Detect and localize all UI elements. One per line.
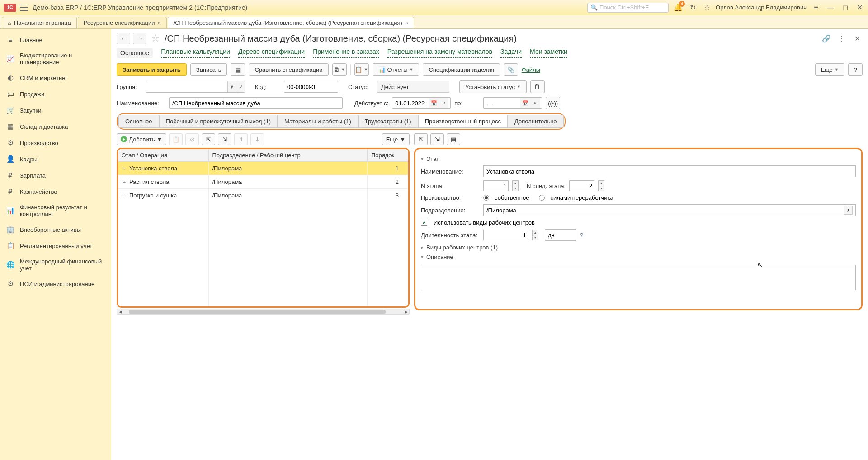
sidebar-item-crm[interactable]: ◐CRM и маркетинг	[0, 70, 111, 86]
scroll-right-icon[interactable]: ▶	[403, 309, 409, 314]
files-link[interactable]: Файлы	[522, 66, 540, 73]
sidebar-item-main[interactable]: ≡Главное	[0, 32, 111, 48]
itab-process[interactable]: Производственный процесс	[418, 115, 508, 128]
nav-forward-button[interactable]: →	[133, 33, 146, 44]
close-window-icon[interactable]: ✕	[854, 3, 864, 13]
linknav-calc[interactable]: Плановые калькуляции	[161, 48, 230, 58]
group-input[interactable]: ▼ ↗	[146, 81, 245, 93]
name-field[interactable]	[170, 98, 342, 108]
add-button[interactable]: +Добавить ▼	[117, 133, 166, 145]
linknav-orders[interactable]: Применение в заказах	[313, 48, 379, 58]
group-field[interactable]	[146, 81, 227, 92]
link-icon[interactable]: 🔗	[821, 33, 832, 44]
next-n-spinner[interactable]: ▲▼	[598, 180, 604, 191]
expand-tree-icon[interactable]: ⇱	[202, 133, 215, 145]
table-row[interactable]: ⤷Распил ствола /Пилорама 2	[118, 175, 408, 189]
expand-all-icon[interactable]: ⇱	[414, 133, 428, 145]
sidebar-item-fin-result[interactable]: 📊Финансовый результат и контроллинг	[0, 200, 111, 221]
section-stage[interactable]: ▾Этап	[421, 155, 856, 162]
duration-unit[interactable]	[545, 229, 576, 241]
linknav-replace[interactable]: Разрешения на замену материалов	[387, 48, 492, 58]
broadcast-icon[interactable]: ((•))	[546, 97, 560, 109]
open-icon[interactable]: ↗	[844, 206, 853, 215]
save-close-button[interactable]: Записать и закрыть	[117, 63, 187, 76]
section-desc[interactable]: ▾Описание	[421, 253, 856, 260]
scroll-left-icon[interactable]: ◀	[117, 309, 123, 314]
close-page-icon[interactable]: ✕	[852, 33, 863, 44]
clear-icon[interactable]: ×	[439, 98, 448, 108]
sidebar-item-sales[interactable]: 🏷Продажи	[0, 86, 111, 102]
global-search[interactable]: 🔍 Поиск Ctrl+Shift+F	[587, 3, 669, 13]
itab-main[interactable]: Основное	[118, 115, 159, 128]
sidebar-item-hr[interactable]: 👤Кадры	[0, 151, 111, 167]
notifications-icon[interactable]: 🔔4	[673, 3, 683, 13]
more-button[interactable]: Еще ▼	[815, 63, 844, 76]
radio-ext[interactable]	[539, 195, 545, 201]
tab-home[interactable]: ⌂ Начальная страница	[2, 17, 77, 28]
tab-resource-specs[interactable]: Ресурсные спецификации ×	[78, 17, 167, 28]
dropdown-icon[interactable]: ▼	[227, 81, 236, 92]
sidebar-item-regulated[interactable]: 📋Регламентированный учет	[0, 238, 111, 254]
spin-up-icon[interactable]: ▲	[533, 230, 538, 235]
table-more-button[interactable]: Еще ▼	[382, 133, 410, 145]
status-info-icon[interactable]: 🗒	[530, 80, 545, 93]
itab-additional[interactable]: Дополнительно	[508, 115, 564, 128]
layout-icon[interactable]: ▤	[447, 133, 460, 145]
radio-own[interactable]	[483, 195, 489, 201]
scroll-thumb[interactable]	[129, 310, 386, 314]
sidebar-item-purchases[interactable]: 🛒Закупки	[0, 102, 111, 118]
spin-down-icon[interactable]: ▼	[599, 186, 604, 191]
stage-n-spinner[interactable]: ▲▼	[512, 180, 519, 191]
section-wc[interactable]: ▸Виды рабочих центров (1)	[421, 244, 856, 251]
sidebar-item-ifrs[interactable]: 🌐Международный финансовый учет	[0, 254, 111, 276]
collapse-tree-icon[interactable]: ⇲	[218, 133, 231, 145]
name-input[interactable]	[169, 97, 343, 109]
action-menu-1[interactable]: 🖹▼	[332, 63, 347, 76]
sidebar-item-production[interactable]: ⚙Производство	[0, 135, 111, 151]
itab-byproduct[interactable]: Побочный и промежуточный выход (1)	[159, 115, 278, 128]
use-wc-checkbox[interactable]	[421, 220, 427, 226]
save-button[interactable]: Записать	[190, 63, 227, 76]
valid-to-field[interactable]	[484, 98, 520, 108]
linknav-tasks[interactable]: Задачи	[500, 48, 522, 58]
action-menu-2[interactable]: 📋▼	[354, 63, 369, 76]
valid-from-input[interactable]: 📅 ×	[392, 97, 451, 109]
detail-name-input[interactable]: Установка ствола	[483, 165, 856, 177]
settings-icon[interactable]: ≡	[811, 3, 821, 13]
maximize-icon[interactable]: ◻	[840, 3, 850, 13]
sidebar-item-admin[interactable]: ⚙НСИ и администрирование	[0, 276, 111, 292]
kebab-icon[interactable]: ⋮	[836, 33, 847, 44]
valid-to-input[interactable]: 📅 ×	[483, 97, 542, 109]
table-row[interactable]: ⤷Погрузка и сушка /Пилорама 3	[118, 189, 408, 202]
collapse-all-icon[interactable]: ⇲	[430, 133, 444, 145]
dept-input[interactable]: /Пилорама↗	[483, 204, 856, 216]
spin-down-icon[interactable]: ▼	[533, 235, 538, 240]
product-specs-button[interactable]: Спецификации изделия	[423, 63, 500, 76]
list-icon-button[interactable]: ▤	[231, 63, 245, 76]
valid-from-field[interactable]	[392, 98, 429, 108]
next-n-input[interactable]	[569, 180, 594, 191]
spin-up-icon[interactable]: ▲	[599, 181, 604, 186]
history-icon[interactable]: ↻	[688, 3, 698, 13]
tab-current-spec[interactable]: /СП Необрезанный массив дуба (Изготовлен…	[168, 17, 414, 28]
col-stage[interactable]: Этап / Операция	[118, 149, 208, 162]
horizontal-scrollbar[interactable]: ◀ ▶	[117, 309, 410, 315]
favorite-toggle-icon[interactable]: ☆	[151, 33, 160, 44]
sidebar-item-budgeting[interactable]: 📈Бюджетирование и планирование	[0, 48, 111, 70]
sidebar-item-treasury[interactable]: ₽Казначейство	[0, 183, 111, 200]
close-icon[interactable]: ×	[405, 20, 408, 26]
itab-labor[interactable]: Трудозатраты (1)	[358, 115, 418, 128]
duration-unit-field[interactable]	[545, 230, 576, 240]
help-button[interactable]: ?	[848, 63, 863, 76]
nav-back-button[interactable]: ←	[117, 33, 130, 44]
col-dept[interactable]: Подразделение / Рабочий центр	[208, 149, 368, 162]
sidebar-item-fixed-assets[interactable]: 🏢Внеоборотные активы	[0, 221, 111, 238]
itab-materials[interactable]: Материалы и работы (1)	[278, 115, 358, 128]
linknav-main[interactable]: Основное	[117, 48, 153, 58]
close-icon[interactable]: ×	[158, 20, 161, 26]
help-icon[interactable]: ?	[580, 232, 583, 239]
spin-down-icon[interactable]: ▼	[513, 186, 518, 191]
duration-spinner[interactable]: ▲▼	[532, 230, 538, 240]
description-textarea[interactable]	[421, 265, 856, 290]
calendar-icon[interactable]: 📅	[429, 98, 439, 108]
